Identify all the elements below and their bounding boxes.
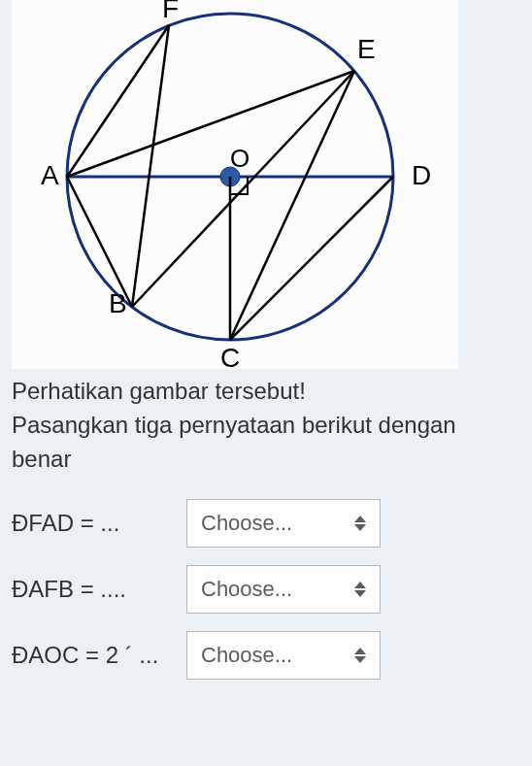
match-label-3: ĐAOC = 2 ´ ... bbox=[12, 642, 186, 669]
svg-line-6 bbox=[132, 25, 169, 307]
match-select-3[interactable]: Choose... bbox=[186, 631, 381, 680]
match-label-1: ĐFAD = ... bbox=[12, 510, 186, 537]
select-placeholder: Choose... bbox=[201, 511, 292, 536]
svg-line-7 bbox=[132, 71, 354, 307]
sort-icon bbox=[354, 648, 366, 663]
question-line-1: Perhatikan gambar tersebut! bbox=[12, 375, 520, 409]
figure-card: A D F E B C O bbox=[12, 0, 458, 369]
match-row: ĐAFB = .... Choose... bbox=[12, 565, 520, 614]
question-text: Perhatikan gambar tersebut! Pasangkan ti… bbox=[0, 369, 532, 476]
point-label-F: F bbox=[162, 0, 179, 23]
svg-line-5 bbox=[67, 177, 132, 307]
match-row: ĐFAD = ... Choose... bbox=[12, 499, 520, 548]
point-label-O: O bbox=[230, 144, 249, 173]
sort-icon bbox=[354, 582, 366, 597]
matching-block: ĐFAD = ... Choose... ĐAFB = .... Choose.… bbox=[0, 476, 532, 716]
match-label-2: ĐAFB = .... bbox=[12, 576, 186, 603]
match-row: ĐAOC = 2 ´ ... Choose... bbox=[12, 631, 520, 680]
select-placeholder: Choose... bbox=[201, 643, 292, 668]
sort-icon bbox=[354, 516, 366, 531]
point-label-C: C bbox=[220, 343, 240, 369]
match-select-1[interactable]: Choose... bbox=[186, 499, 381, 548]
svg-line-9 bbox=[230, 177, 393, 340]
match-select-2[interactable]: Choose... bbox=[186, 565, 381, 614]
point-label-B: B bbox=[109, 288, 127, 318]
point-label-D: D bbox=[412, 160, 431, 190]
svg-line-3 bbox=[67, 25, 169, 177]
select-placeholder: Choose... bbox=[201, 577, 292, 602]
question-line-2: Pasangkan tiga pernyataan berikut dengan… bbox=[12, 409, 520, 477]
point-label-E: E bbox=[357, 34, 376, 64]
point-label-A: A bbox=[41, 160, 59, 190]
svg-line-4 bbox=[67, 71, 354, 177]
circle-diagram: A D F E B C O bbox=[12, 0, 458, 369]
